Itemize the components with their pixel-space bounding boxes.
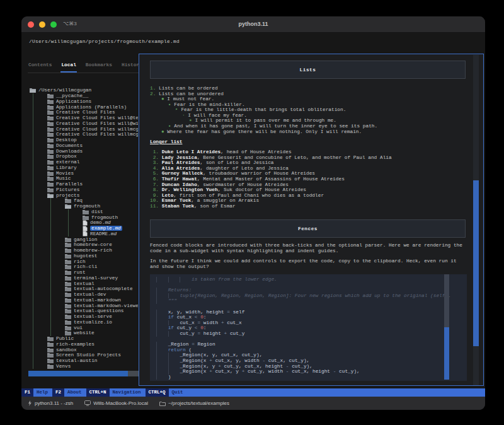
footer-key-ctrl-n[interactable]: CTRL+N [86,388,110,397]
tree-item[interactable]: /Users/willmcgugan [21,88,138,93]
tree-horizontal-scrollbar[interactable] [28,371,145,376]
tree-item[interactable]: Pictures [21,187,138,193]
tab-local[interactable]: Local [60,59,76,73]
tree-item[interactable]: Parallels [21,182,138,187]
tree-item[interactable]: website [21,330,138,336]
list-marker: 10. [150,198,162,203]
footer-label[interactable]: Help [33,388,52,397]
tree-item[interactable]: faq [21,198,138,204]
tree-item[interactable]: README.md [21,231,138,237]
footer-label[interactable]: About [64,388,86,397]
code-token: x, y, width, height [168,310,227,315]
tree-item[interactable]: dist [21,209,138,215]
markdown-viewer-pane[interactable]: Lists 1. Lists can be ordered2. Lists ca… [139,54,484,386]
tree-guide [50,281,65,286]
footer-label[interactable]: Navigation [110,388,146,397]
tree-item[interactable]: Creative Cloud Files [21,110,138,115]
window-titlebar[interactable]: ⌥⌘3 python3.11 [21,16,485,33]
tree-item[interactable]: homebrew-core [21,242,138,248]
list-item: 11. Staban Tuek, son of Esmar [150,204,468,209]
tree-scrollbar-thumb[interactable] [28,371,128,376]
tree-item[interactable]: Desktop [21,137,138,143]
code-block-scrollbar-thumb[interactable] [444,327,449,380]
tree-item[interactable]: __pycache__ [21,93,138,99]
section-header-fences: Fences [150,219,466,238]
tree-item[interactable]: textual-questions [21,308,138,314]
tree-item[interactable]: textual [21,281,138,286]
tree-item[interactable]: frogmouth [21,204,138,209]
tree-item[interactable]: Applications [21,99,138,105]
tree-item-label: website [74,330,94,335]
tree-item[interactable]: hugotest [21,253,138,259]
document-scrollbar[interactable] [473,55,479,385]
tree-item[interactable]: sandbox [21,347,138,352]
tree-guide [33,198,47,204]
tree-item[interactable]: texutal-austin [21,358,138,364]
code-block-scrollbar[interactable] [444,274,449,380]
tab-bookmarks[interactable]: Bookmarks [85,59,113,73]
tree-guide [33,270,47,276]
tree-guide [50,270,65,276]
tree-item[interactable]: textual-dev [21,292,138,298]
tree-item[interactable]: Creative Cloud Files willmcguga [21,132,138,137]
tree-item[interactable]: demo.md [21,220,138,226]
tree-item[interactable]: Downloads [21,148,138,154]
tree-guide [33,187,47,193]
tree-item[interactable]: Music [21,176,138,182]
list-marker: 1. [150,86,159,91]
file-icon [83,220,88,226]
tree-item-label: faq [74,198,83,203]
tree-item[interactable]: Movies [21,170,138,176]
tree-item[interactable]: Dropbox [21,154,138,160]
code-token: + [242,369,248,374]
tree-item[interactable]: Creative Cloud Files willmcguga [21,126,138,132]
character-name: Thufir Hawat [162,177,197,182]
tree-item[interactable]: frogmouth [21,214,138,220]
tab-contents[interactable]: Contents [28,59,52,73]
tree-item[interactable]: Screen Studio Projects [21,352,138,358]
tree-item[interactable]: textual-markdown-viewer [21,303,138,308]
tree-item[interactable]: homebrew-rich [21,248,138,253]
folder-icon [47,132,54,137]
tree-item[interactable]: textualize.io [21,320,138,325]
indent-guide [156,364,168,370]
footer-label[interactable]: Quit [169,388,188,397]
tree-item[interactable]: Public [21,336,138,342]
tree-item[interactable]: textual-markdown [21,298,138,303]
code-line: cut_y = height + cut_y [156,331,467,337]
tree-item[interactable]: ganglion [21,236,138,242]
footer-key-ctrl-q[interactable]: CTRL+Q [146,388,169,397]
footer-key-f1[interactable]: F1 [21,388,33,397]
document-path-input[interactable]: /Users/willmcgugan/projects/frogmouth/ex… [29,39,478,47]
tree-guide [33,176,47,182]
tree-item[interactable]: rich [21,259,138,264]
tree-item[interactable]: Library [21,165,138,171]
tree-item[interactable]: textual-autocomplete [21,286,138,292]
tree-item[interactable]: Creative Cloud Files will@textu [21,115,138,121]
file-icon [83,226,88,231]
tree-guide [33,253,47,259]
tree-item[interactable]: Venvs [21,364,138,370]
document-scrollbar-thumb[interactable] [473,180,479,346]
tree-item[interactable]: rust [21,270,138,276]
code-token: ( [188,347,192,352]
file-tree[interactable]: /Users/willmcgugan__pycache__Application… [21,88,138,371]
tree-item[interactable]: projects [21,192,138,198]
footer-key-f2[interactable]: F2 [52,388,64,397]
tree-item[interactable]: terminal-survey [21,276,138,281]
tree-item[interactable]: textual-serve [21,314,138,320]
character-name: Leto [162,193,174,198]
folder-icon [65,298,71,303]
tree-item[interactable]: Documents [21,143,138,149]
tree-item[interactable]: example.md [21,226,138,231]
monitor-icon [84,400,91,406]
tree-item[interactable]: rich-examples [21,342,138,347]
tree-item[interactable]: external [21,160,138,165]
folder-icon [65,264,71,269]
tree-item[interactable]: rich-cli [21,264,138,270]
tree-item-label: Music [56,176,71,181]
tree-item[interactable]: Applications (Parallels) [21,104,138,110]
tree-item[interactable]: Creative Cloud Files will@willm [21,121,138,127]
tree-item[interactable]: vui [21,325,138,330]
list-marker: 2. [150,91,159,96]
